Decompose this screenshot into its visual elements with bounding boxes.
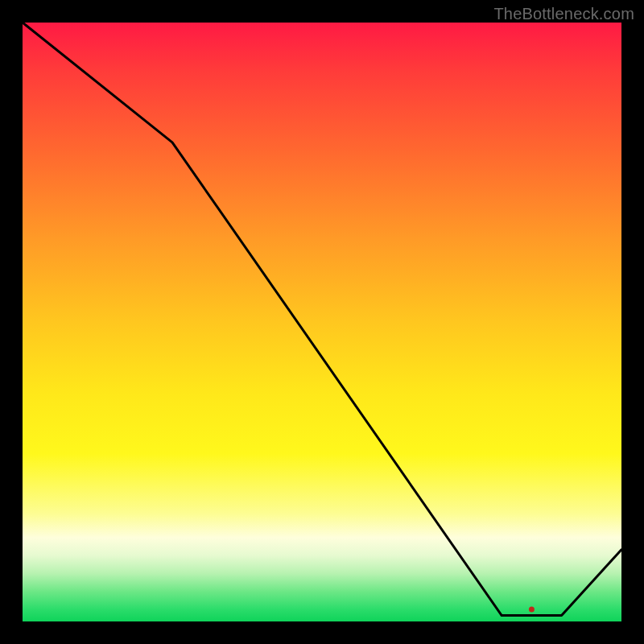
bottleneck-curve <box>23 23 621 616</box>
chart-line-layer <box>23 23 621 621</box>
annotation-marker <box>529 607 535 613</box>
watermark-text: TheBottleneck.com <box>493 5 634 23</box>
